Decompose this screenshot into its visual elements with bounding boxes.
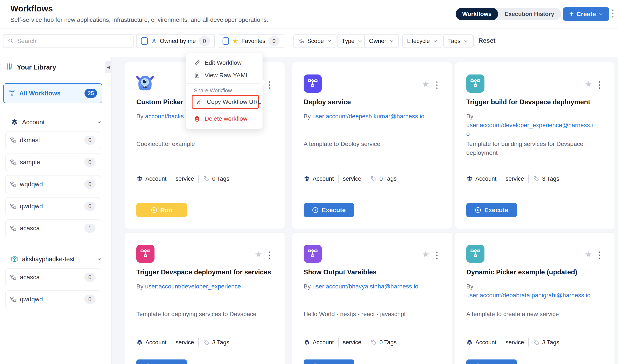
card-description: Template for deploying services to Devsp… bbox=[136, 310, 270, 319]
card-menu-button[interactable] bbox=[599, 251, 600, 259]
sidebar-item-label: wqdqwd bbox=[20, 181, 81, 188]
type-value: service bbox=[343, 176, 362, 182]
create-button[interactable]: + Create bbox=[563, 7, 609, 21]
run-button[interactable]: Run bbox=[136, 203, 187, 217]
workflow-card-show-output[interactable]: ★ Show Output Varaibles By user:account/… bbox=[292, 232, 452, 364]
sidebar-item-label: qwdqwd bbox=[20, 203, 81, 210]
favorite-star-icon[interactable]: ★ bbox=[585, 250, 592, 259]
play-icon bbox=[475, 363, 481, 364]
scope-dropdown[interactable]: Scope bbox=[294, 34, 336, 48]
owner-dropdown[interactable]: Owner bbox=[364, 34, 399, 48]
favorites-label: Favorites bbox=[241, 38, 265, 44]
card-menu-button[interactable] bbox=[269, 251, 270, 259]
sidebar-item-wqdqwd[interactable]: wqdqwd 0 bbox=[5, 175, 100, 193]
favorite-star-icon[interactable]: ★ bbox=[422, 80, 429, 88]
sidebar-item-sample[interactable]: sample 0 bbox=[5, 153, 100, 171]
favorite-star-icon[interactable]: ★ bbox=[422, 250, 429, 259]
author-link[interactable]: user:account/debabrata.panigrahi@harness… bbox=[466, 292, 591, 299]
menu-item-label: Delete workflow bbox=[205, 115, 247, 122]
execute-button-label: Execute bbox=[322, 207, 346, 214]
by-label: By bbox=[136, 113, 144, 120]
chevron-down-icon bbox=[390, 39, 394, 43]
type-dropdown[interactable]: Type bbox=[337, 34, 367, 48]
workflow-card-dynamic-picker[interactable]: ★ Dynamic Picker example (updated) By us… bbox=[455, 232, 615, 364]
layers-icon bbox=[304, 339, 310, 346]
lifecycle-dropdown[interactable]: Lifecycle bbox=[402, 34, 442, 48]
menu-item-copy-workflow-url[interactable]: Copy Workflow URL bbox=[192, 96, 258, 108]
page-options-button[interactable] bbox=[612, 10, 614, 17]
tag-icon bbox=[370, 176, 377, 182]
card-menu-button[interactable] bbox=[599, 81, 600, 89]
by-label: By bbox=[304, 283, 311, 290]
sidebar-section-akshayphadke-test[interactable]: akshayphadke-test bbox=[11, 254, 102, 264]
workflow-group-icon bbox=[10, 203, 16, 209]
favorites-checkbox[interactable] bbox=[223, 37, 229, 45]
search-box bbox=[3, 34, 134, 48]
type-value: service bbox=[176, 176, 194, 182]
execute-button[interactable]: Execute bbox=[466, 360, 517, 364]
workflow-group-icon bbox=[10, 181, 16, 187]
workflow-card-trigger-devspace[interactable]: ★ Trigger Devspace deployment for servic… bbox=[125, 232, 285, 364]
card-menu-button[interactable] bbox=[436, 81, 438, 89]
workflow-icon bbox=[8, 90, 16, 97]
count-badge: 0 bbox=[84, 158, 95, 167]
author-link[interactable]: user:account/bhavya.sinha@harness.io bbox=[312, 283, 418, 290]
workflow-card-trigger-build[interactable]: ★ Trigger build for Devspace deployment … bbox=[455, 62, 615, 229]
sidebar-item-qwdqwd-2[interactable]: qwdqwd 0 bbox=[5, 290, 100, 308]
author-link[interactable]: user:account/developer_experience@harnes… bbox=[466, 122, 593, 137]
sidebar-item-all-workflows[interactable]: All Workflows 25 bbox=[3, 83, 102, 103]
menu-item-edit-workflow[interactable]: Edit Workflow bbox=[186, 57, 263, 69]
sidebar-item-dkmasl[interactable]: dkmasl 0 bbox=[5, 131, 100, 149]
chevron-down-icon bbox=[463, 39, 468, 43]
favorite-star-icon[interactable]: ★ bbox=[255, 250, 262, 259]
sidebar-item-acasca[interactable]: acasca 1 bbox=[5, 219, 100, 237]
card-menu-button[interactable] bbox=[269, 81, 270, 89]
sidebar-item-qwdqwd[interactable]: qwdqwd 0 bbox=[5, 197, 100, 215]
search-input[interactable] bbox=[17, 38, 129, 44]
layers-icon bbox=[136, 339, 143, 346]
execute-button[interactable]: Execute bbox=[466, 203, 517, 217]
tag-icon bbox=[533, 339, 539, 346]
section-label: Account bbox=[22, 119, 93, 126]
execute-button[interactable]: Execute bbox=[304, 360, 354, 364]
chevron-down-icon bbox=[97, 120, 102, 125]
play-icon bbox=[312, 363, 319, 364]
reset-button[interactable]: Reset bbox=[478, 37, 496, 44]
scope-label: Scope bbox=[307, 38, 324, 44]
menu-item-delete-workflow[interactable]: Delete workflow bbox=[186, 113, 263, 125]
favorites-filter[interactable]: ★ Favorites 0 bbox=[218, 34, 284, 48]
by-label: By bbox=[304, 113, 311, 120]
monster-icon bbox=[135, 72, 155, 93]
type-value: service bbox=[506, 176, 524, 182]
library-icon bbox=[6, 62, 14, 71]
workflow-group-icon bbox=[10, 159, 16, 165]
execute-button-label: Execute bbox=[484, 363, 508, 364]
menu-item-label: Edit Workflow bbox=[205, 59, 242, 66]
menu-item-label: Copy Workflow URL bbox=[207, 98, 261, 105]
tag-icon bbox=[203, 339, 210, 346]
sidebar-section-account[interactable]: Account bbox=[11, 117, 102, 127]
author-link[interactable]: user:account/developer_experience bbox=[145, 283, 241, 290]
author-link[interactable]: account/backs bbox=[145, 113, 184, 120]
sidebar-item-acasca-2[interactable]: acasca 0 bbox=[5, 268, 100, 286]
sidebar-collapse-button[interactable]: ◀ bbox=[105, 61, 111, 73]
sidebar-item-label: acasca bbox=[20, 225, 81, 232]
header-divider bbox=[0, 28, 618, 28]
execute-button-label: Execute bbox=[484, 207, 508, 214]
tags-dropdown[interactable]: Tags bbox=[443, 34, 473, 48]
favorite-star-icon[interactable]: ★ bbox=[585, 80, 592, 88]
owned-by-me-filter[interactable]: Owned by me 0 bbox=[136, 34, 215, 48]
star-icon: ★ bbox=[232, 38, 238, 44]
tab-workflows[interactable]: Workflows bbox=[456, 8, 498, 20]
execute-button[interactable]: Execute bbox=[304, 203, 354, 217]
execute-button[interactable]: Execute bbox=[136, 360, 187, 364]
author-link[interactable]: user:account/deepesh.kumar@harness.io bbox=[312, 113, 424, 120]
card-menu-button[interactable] bbox=[436, 251, 438, 259]
menu-item-view-raw-yaml[interactable]: View Raw YAML bbox=[186, 69, 263, 82]
count-badge: 0 bbox=[84, 295, 95, 304]
sidebar-item-label: acasca bbox=[20, 274, 81, 281]
workflow-card-deploy-service[interactable]: ★ Deploy service By user:account/deepesh… bbox=[292, 62, 452, 229]
owned-by-me-checkbox[interactable] bbox=[141, 37, 148, 45]
tab-execution-history[interactable]: Execution History bbox=[498, 8, 561, 20]
scope-value: Account bbox=[475, 176, 497, 182]
